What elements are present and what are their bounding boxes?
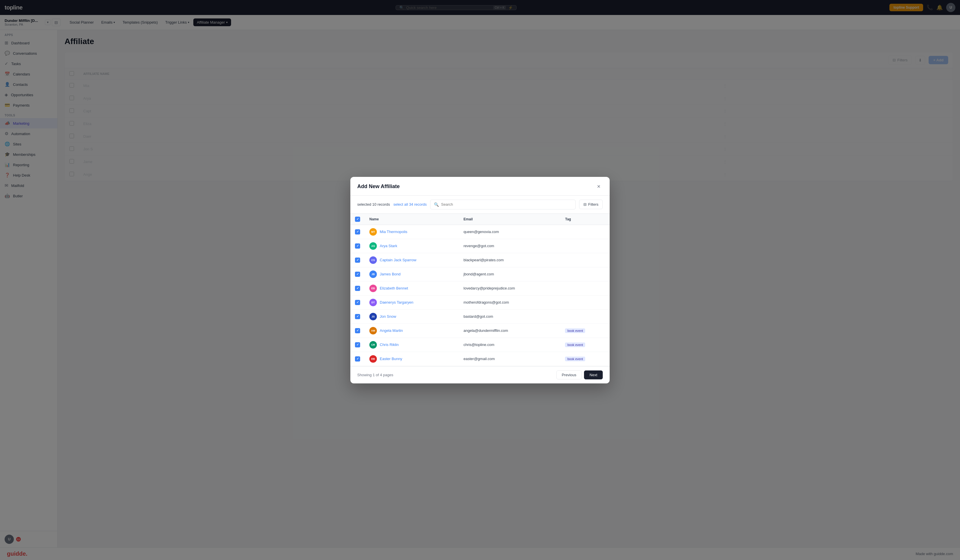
next-page-button[interactable]: Next xyxy=(584,370,603,379)
modal-search-box[interactable]: 🔍 xyxy=(430,200,576,210)
modal-table-row: JBJames Bondjbond@agent.com xyxy=(350,267,610,281)
affiliate-email-cell: queen@genovia.com xyxy=(459,225,561,239)
row-checkbox[interactable] xyxy=(355,328,360,333)
search-icon: 🔍 xyxy=(434,202,439,207)
affiliate-tag-cell xyxy=(560,239,610,253)
modal-table-container: Name Email Tag MTMia Thermopolisqueen@ge… xyxy=(350,214,610,366)
modal-table-row: MTMia Thermopolisqueen@genovia.com xyxy=(350,225,610,239)
affiliate-name-cell: ASArya Stark xyxy=(365,239,459,253)
affiliate-tag-cell: book event xyxy=(560,352,610,366)
affiliate-tag-cell: book event xyxy=(560,338,610,352)
modal-table-row: ASArya Starkrevenge@got.com xyxy=(350,239,610,253)
affiliate-tag-cell xyxy=(560,267,610,281)
row-checkbox[interactable] xyxy=(355,286,360,291)
affiliate-tag-cell xyxy=(560,225,610,239)
modal-table-row: EBElizabeth Bennetlovedarcy@prideprejudi… xyxy=(350,281,610,295)
affiliate-name-link[interactable]: Mia Thermopolis xyxy=(380,230,407,234)
affiliate-email-cell: revenge@got.com xyxy=(459,239,561,253)
avatar: MT xyxy=(370,228,377,236)
modal-filter-button[interactable]: ⊟ Filters xyxy=(579,200,603,209)
affiliate-name-cell: CRChris Riklin xyxy=(365,338,459,352)
avatar: AM xyxy=(370,327,377,334)
modal-title: Add New Affiliate xyxy=(357,184,400,190)
affiliate-name-link[interactable]: Chris Riklin xyxy=(380,342,399,347)
modal-table-row: AMAngela Martinangela@dundermifflin.comb… xyxy=(350,323,610,338)
affiliate-tag-cell xyxy=(560,281,610,295)
affiliate-email-cell: motherofdragons@got.com xyxy=(459,295,561,309)
affiliate-name-link[interactable]: Elizabeth Bennet xyxy=(380,286,408,290)
modal-footer: Showing 1 of 4 pages Previous Next xyxy=(350,366,610,383)
row-checkbox[interactable] xyxy=(355,272,360,277)
affiliate-name-link[interactable]: Arya Stark xyxy=(380,244,397,248)
col-email: Email xyxy=(459,214,561,225)
modal-search-input[interactable] xyxy=(441,202,572,206)
affiliate-name-cell: CSCaptain Jack Sparrow xyxy=(365,253,459,267)
affiliate-name-link[interactable]: Captain Jack Sparrow xyxy=(380,258,416,262)
affiliate-email-cell: lovedarcy@prideprejudice.com xyxy=(459,281,561,295)
avatar: AS xyxy=(370,242,377,250)
affiliate-email-cell: chris@topline.com xyxy=(459,338,561,352)
row-checkbox[interactable] xyxy=(355,229,360,235)
modal-table-row: DTDaenerys Targaryenmotherofdragons@got.… xyxy=(350,295,610,309)
affiliate-tag-cell xyxy=(560,309,610,323)
pagination-nav: Previous Next xyxy=(556,370,603,379)
select-all-checkbox[interactable] xyxy=(355,217,360,222)
tag-badge: book event xyxy=(565,328,585,333)
avatar: JB xyxy=(370,270,377,278)
select-all-link[interactable]: select all 34 records xyxy=(393,202,427,206)
avatar: DT xyxy=(370,299,377,306)
avatar: CS xyxy=(370,256,377,264)
tag-badge: book event xyxy=(565,357,585,361)
affiliate-email-cell: angela@dundermifflin.com xyxy=(459,323,561,338)
col-name: Name xyxy=(365,214,459,225)
affiliate-name-link[interactable]: Daenerys Targaryen xyxy=(380,300,413,304)
avatar: CR xyxy=(370,341,377,349)
affiliate-name-link[interactable]: Jon Snow xyxy=(380,314,396,318)
modal-table-row: EBEaster Bunnyeaster@gmail.combook event xyxy=(350,352,610,366)
affiliate-tag-cell xyxy=(560,253,610,267)
modal-overlay[interactable]: Add New Affiliate × selected 10 records … xyxy=(0,0,960,560)
col-select xyxy=(350,214,365,225)
previous-page-button[interactable]: Previous xyxy=(556,370,582,379)
row-checkbox[interactable] xyxy=(355,356,360,362)
filter-icon: ⊟ xyxy=(584,202,587,206)
affiliate-email-cell: jbond@agent.com xyxy=(459,267,561,281)
row-checkbox[interactable] xyxy=(355,258,360,263)
row-checkbox[interactable] xyxy=(355,300,360,305)
row-checkbox[interactable] xyxy=(355,342,360,347)
tag-badge: book event xyxy=(565,342,585,347)
affiliate-name-cell: AMAngela Martin xyxy=(365,323,459,338)
affiliate-name-cell: EBEaster Bunny xyxy=(365,352,459,366)
avatar: EB xyxy=(370,355,377,363)
affiliate-email-cell: blackpearl@pirates.com xyxy=(459,253,561,267)
affiliate-name-cell: JSJon Snow xyxy=(365,309,459,323)
affiliate-name-link[interactable]: Easter Bunny xyxy=(380,357,402,361)
avatar: EB xyxy=(370,285,377,292)
affiliate-name-link[interactable]: James Bond xyxy=(380,272,400,276)
affiliate-name-cell: DTDaenerys Targaryen xyxy=(365,295,459,309)
modal-table-row: JSJon Snowbastard@got.com xyxy=(350,309,610,323)
modal-header: Add New Affiliate × xyxy=(350,177,610,195)
modal-close-button[interactable]: × xyxy=(595,182,603,191)
col-tag: Tag xyxy=(560,214,610,225)
affiliate-name-cell: EBElizabeth Bennet xyxy=(365,281,459,295)
modal-toolbar: selected 10 records select all 34 record… xyxy=(350,195,610,214)
affiliate-name-link[interactable]: Angela Martin xyxy=(380,328,403,333)
row-checkbox[interactable] xyxy=(355,314,360,319)
add-affiliate-modal: Add New Affiliate × selected 10 records … xyxy=(350,177,610,383)
avatar: JS xyxy=(370,313,377,320)
modal-table-row: CSCaptain Jack Sparrowblackpearl@pirates… xyxy=(350,253,610,267)
affiliate-tag-cell: book event xyxy=(560,323,610,338)
affiliate-name-cell: MTMia Thermopolis xyxy=(365,225,459,239)
selected-records-text: selected 10 records xyxy=(357,202,390,206)
modal-table-row: CRChris Riklinchris@topline.combook even… xyxy=(350,338,610,352)
affiliate-email-cell: bastard@got.com xyxy=(459,309,561,323)
row-checkbox[interactable] xyxy=(355,243,360,249)
affiliate-tag-cell xyxy=(560,295,610,309)
affiliate-name-cell: JBJames Bond xyxy=(365,267,459,281)
modal-affiliates-table: Name Email Tag MTMia Thermopolisqueen@ge… xyxy=(350,214,610,366)
pagination-info: Showing 1 of 4 pages xyxy=(357,373,393,377)
affiliate-email-cell: easter@gmail.com xyxy=(459,352,561,366)
